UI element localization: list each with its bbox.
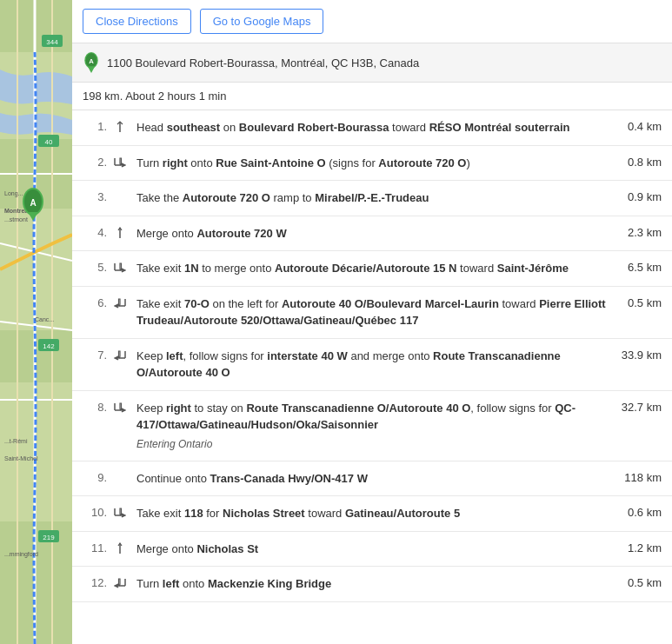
step-distance: 6.5 km xyxy=(614,260,662,274)
directions-step-12: 12.Turn left onto Mackenzie King Bridge0… xyxy=(72,567,672,602)
step-text: Take exit 118 for Nicholas Street toward… xyxy=(136,505,607,522)
step-text: Take the Autoroute 720 O ramp to Mirabel… xyxy=(136,189,607,207)
step-text: Head southeast on Boulevard Robert-Boura… xyxy=(136,119,607,136)
go-to-google-maps-button[interactable]: Go to Google Maps xyxy=(200,9,324,34)
step-number: 3. xyxy=(83,189,107,203)
svg-text:219: 219 xyxy=(43,534,55,541)
directions-step-10: 10.Take exit 118 for Nicholas Street tow… xyxy=(72,496,672,532)
svg-text:Long...: Long... xyxy=(4,190,23,197)
step-distance: 0.9 km xyxy=(614,189,662,203)
directions-step-4: 4.Merge onto Autoroute 720 W2.3 km xyxy=(72,216,672,252)
step-number: 4. xyxy=(83,225,107,239)
step-number: 9. xyxy=(83,470,107,484)
origin-address: 1100 Boulevard Robert-Bourassa, Montréal… xyxy=(107,56,419,70)
directions-list: 1.Head southeast on Boulevard Robert-Bou… xyxy=(72,110,672,602)
directions-step-6: 6.Take exit 70-O on the left for Autorou… xyxy=(72,287,672,339)
svg-text:...t-Rémi: ...t-Rémi xyxy=(4,438,28,444)
origin-pin-icon: A xyxy=(83,52,100,73)
step-text: Continue onto Trans-Canada Hwy/ON-417 W xyxy=(136,470,607,488)
top-buttons-bar: Close Directions Go to Google Maps xyxy=(72,0,672,43)
step-text: Merge onto Autoroute 720 W xyxy=(136,225,607,242)
step-text: Take exit 70-O on the left for Autoroute… xyxy=(136,295,607,329)
step-text: Take exit 1N to merge onto Autoroute Déc… xyxy=(136,260,607,277)
step-number: 12. xyxy=(83,575,107,589)
step-direction-icon xyxy=(114,505,130,519)
step-direction-icon xyxy=(114,470,130,472)
svg-text:142: 142 xyxy=(43,342,55,350)
step-text: Keep right to stay on Route Transcanadie… xyxy=(136,400,607,452)
directions-step-2: 2.Turn right onto Rue Saint-Antoine O (s… xyxy=(72,146,672,182)
step-number: 6. xyxy=(83,295,107,309)
step-number: 8. xyxy=(83,400,107,414)
svg-text:40: 40 xyxy=(45,138,53,146)
step-direction-icon xyxy=(114,541,130,554)
step-distance: 0.8 km xyxy=(614,155,662,169)
step-number: 10. xyxy=(83,505,107,519)
svg-text:Saint-Michel: Saint-Michel xyxy=(4,455,38,461)
svg-text:...mmingford: ...mmingford xyxy=(4,551,38,558)
svg-text:A: A xyxy=(30,198,36,208)
svg-text:344: 344 xyxy=(46,38,58,46)
step-distance: 33.9 km xyxy=(614,348,662,362)
step-direction-icon xyxy=(114,295,130,309)
step-number: 1. xyxy=(83,119,107,133)
svg-marker-34 xyxy=(88,66,96,73)
svg-text:...stmont: ...stmont xyxy=(4,216,28,222)
entering-note: Entering Ontario xyxy=(136,436,607,452)
step-text: Merge onto Nicholas St xyxy=(136,541,607,558)
step-direction-icon xyxy=(114,189,130,191)
step-distance: 2.3 km xyxy=(614,225,662,239)
directions-panel: Close Directions Go to Google Maps A 110… xyxy=(72,0,672,644)
map-panel: 344 40 142 219 Long... Montrea ...stmont… xyxy=(0,0,72,644)
step-number: 2. xyxy=(83,155,107,169)
origin-row: A 1100 Boulevard Robert-Bourassa, Montré… xyxy=(72,43,672,83)
step-distance: 118 km xyxy=(614,470,662,484)
step-number: 7. xyxy=(83,348,107,362)
svg-text:Canc...: Canc... xyxy=(35,316,54,322)
step-direction-icon xyxy=(114,119,130,133)
step-direction-icon xyxy=(114,225,130,239)
directions-step-1: 1.Head southeast on Boulevard Robert-Bou… xyxy=(72,110,672,146)
directions-step-3: 3.Take the Autoroute 720 O ramp to Mirab… xyxy=(72,181,672,216)
step-text: Turn left onto Mackenzie King Bridge xyxy=(136,575,607,593)
step-text: Turn right onto Rue Saint-Antoine O (sig… xyxy=(136,155,607,172)
step-distance: 0.4 km xyxy=(614,119,662,133)
step-text: Keep left, follow signs for interstate 4… xyxy=(136,348,607,382)
step-number: 11. xyxy=(83,541,107,554)
directions-step-11: 11.Merge onto Nicholas St1.2 km xyxy=(72,532,672,568)
directions-step-5: 5.Take exit 1N to merge onto Autoroute D… xyxy=(72,251,672,287)
step-direction-icon xyxy=(114,260,130,274)
svg-text:A: A xyxy=(89,57,94,65)
route-summary: 198 km. About 2 hours 1 min xyxy=(72,83,672,110)
step-distance: 0.5 km xyxy=(614,575,662,589)
step-direction-icon xyxy=(114,575,130,589)
directions-step-9: 9.Continue onto Trans-Canada Hwy/ON-417 … xyxy=(72,461,672,497)
step-distance: 0.5 km xyxy=(614,295,662,309)
step-distance: 0.6 km xyxy=(614,505,662,519)
step-direction-icon xyxy=(114,400,130,414)
step-distance: 1.2 km xyxy=(614,541,662,554)
step-distance: 32.7 km xyxy=(614,400,662,414)
step-direction-icon xyxy=(114,155,130,169)
close-directions-button[interactable]: Close Directions xyxy=(83,9,191,34)
step-direction-icon xyxy=(114,348,130,362)
directions-step-7: 7.Keep left, follow signs for interstate… xyxy=(72,339,672,391)
directions-step-8: 8.Keep right to stay on Route Transcanad… xyxy=(72,391,672,461)
step-number: 5. xyxy=(83,260,107,274)
